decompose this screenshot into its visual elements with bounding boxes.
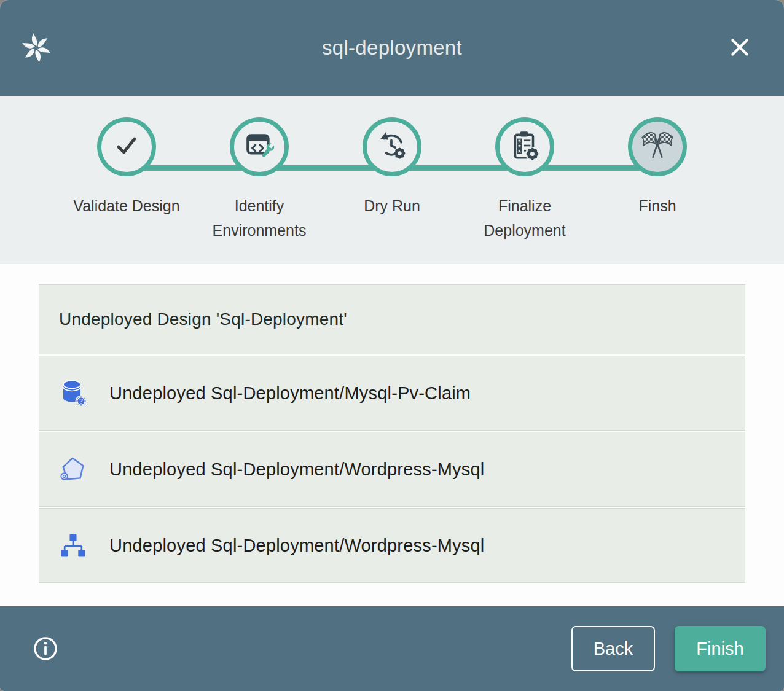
step-circle (97, 117, 156, 176)
step-circle-active (628, 117, 687, 176)
finish-button[interactable]: Finish (675, 626, 766, 671)
result-text: Undeployed Design 'Sql-Deployment' (59, 310, 347, 329)
close-icon[interactable] (727, 35, 752, 60)
results-area: Undeployed Design 'Sql-Deployment' ? Und… (0, 264, 784, 606)
step-circle (495, 117, 554, 176)
result-text: Undeployed Sql-Deployment/Wordpress-Mysq… (109, 459, 484, 480)
back-button[interactable]: Back (571, 626, 655, 671)
database-icon: ? (59, 379, 87, 407)
svg-text:?: ? (79, 398, 83, 405)
step-label: Identify Environments (206, 193, 313, 243)
tree-hierarchy-icon (59, 531, 87, 560)
step-finish: Finsh (591, 117, 724, 243)
dialog-footer: Back Finish (0, 606, 784, 691)
result-row-design: Undeployed Design 'Sql-Deployment' (39, 284, 745, 354)
checkered-flags-icon (639, 127, 676, 166)
step-validate-design: Validate Design (60, 117, 193, 243)
result-text: Undeployed Sql-Deployment/Wordpress-Mysq… (109, 536, 484, 556)
step-circle (230, 117, 289, 176)
check-icon (111, 130, 142, 163)
step-identify-environments: Identify Environments (193, 117, 326, 243)
clipboard-checklist-gear-icon (508, 129, 541, 165)
dialog-title: sql-deployment (0, 36, 784, 60)
step-dry-run: Dry Run (326, 117, 458, 243)
step-label: Finsh (638, 193, 676, 218)
result-row-mysql-pv-claim: ? Undeployed Sql-Deployment/Mysql-Pv-Cla… (39, 356, 745, 431)
wizard-stepper: Validate Design (0, 96, 784, 264)
step-circle (363, 117, 421, 176)
step-label: Finalize Deployment (471, 193, 579, 243)
result-row-wordpress-mysql-service: Undeployed Sql-Deployment/Wordpress-Mysq… (39, 432, 745, 507)
pentagon-icon (59, 455, 87, 483)
result-row-wordpress-mysql-deployment: Undeployed Sql-Deployment/Wordpress-Mysq… (39, 508, 745, 583)
dialog-header: sql-deployment (0, 0, 784, 96)
result-text: Undeployed Sql-Deployment/Mysql-Pv-Claim (109, 383, 471, 404)
info-icon[interactable] (32, 635, 59, 662)
step-finalize-deployment: Finalize Deployment (458, 117, 591, 243)
code-window-wrench-icon (243, 130, 275, 164)
step-label: Dry Run (364, 193, 420, 218)
step-label: Validate Design (73, 193, 179, 218)
results-panel: Undeployed Design 'Sql-Deployment' ? Und… (39, 284, 745, 583)
dry-run-sync-gear-icon (376, 130, 408, 164)
deployment-wizard-dialog: sql-deployment Validate Design (0, 0, 784, 691)
